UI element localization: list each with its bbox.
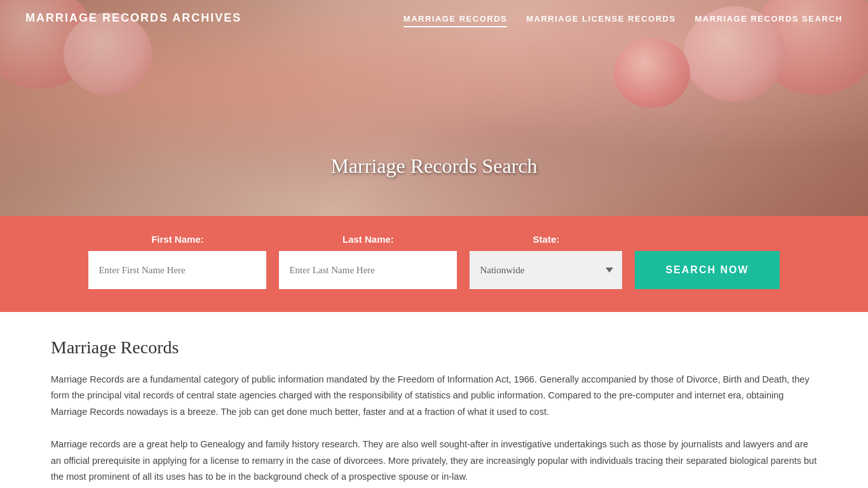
hero-title: Marriage Records Search bbox=[330, 154, 537, 178]
nav-link-records-search[interactable]: MARRIAGE RECORDS SEARCH bbox=[695, 14, 843, 26]
nav-item-license-records[interactable]: MARRIAGE LICENSE RECORDS bbox=[526, 13, 675, 24]
first-name-input[interactable] bbox=[88, 251, 266, 289]
content-section: Marriage Records Marriage Records are a … bbox=[0, 312, 868, 488]
state-select-wrapper: Nationwide Alabama Alaska Arizona Arkans… bbox=[470, 251, 622, 289]
last-name-field: Last Name: bbox=[279, 234, 457, 289]
state-label: State: bbox=[470, 234, 622, 245]
first-name-field: First Name: bbox=[88, 234, 266, 289]
search-panel: First Name: Last Name: State: Nationwide… bbox=[0, 216, 868, 312]
brand-logo[interactable]: MARRIAGE RECORDS ARCHIVES bbox=[25, 11, 241, 25]
nav-links: MARRIAGE RECORDS MARRIAGE LICENSE RECORD… bbox=[403, 13, 843, 24]
nav-link-marriage-records[interactable]: MARRIAGE RECORDS bbox=[403, 14, 507, 27]
nav-link-license-records[interactable]: MARRIAGE LICENSE RECORDS bbox=[526, 14, 675, 26]
content-paragraph-2: Marriage records are a great help to Gen… bbox=[51, 437, 817, 485]
state-field: State: Nationwide Alabama Alaska Arizona… bbox=[470, 234, 622, 289]
nav-item-records-search[interactable]: MARRIAGE RECORDS SEARCH bbox=[695, 13, 843, 24]
hero-text-area: Marriage Records Search bbox=[330, 154, 537, 178]
state-select[interactable]: Nationwide Alabama Alaska Arizona Arkans… bbox=[470, 251, 622, 289]
content-title: Marriage Records bbox=[51, 337, 817, 358]
first-name-label: First Name: bbox=[88, 234, 266, 245]
last-name-label: Last Name: bbox=[279, 234, 457, 245]
nav-item-marriage-records[interactable]: MARRIAGE RECORDS bbox=[403, 13, 507, 24]
search-now-button[interactable]: SEARCH NOW bbox=[635, 251, 779, 289]
navbar: MARRIAGE RECORDS ARCHIVES MARRIAGE RECOR… bbox=[0, 0, 868, 36]
last-name-input[interactable] bbox=[279, 251, 457, 289]
content-paragraph-1: Marriage Records are a fundamental categ… bbox=[51, 372, 817, 420]
